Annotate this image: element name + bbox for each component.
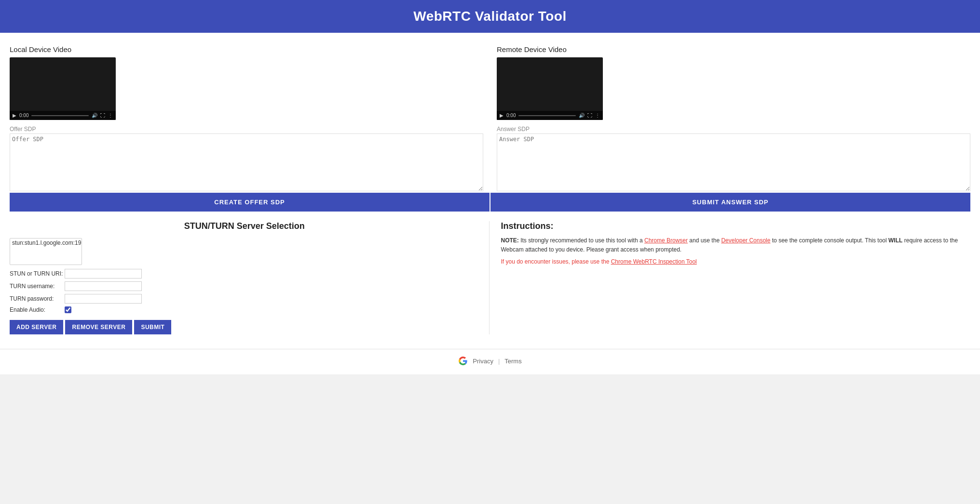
main-content: Local Device Video ▶ 0:00 🔊 ⛶ ⋮ Remote D… [0,33,980,212]
google-logo-icon [458,356,468,366]
note-text5: If you do encounter issues, please use t… [501,258,611,265]
offer-sdp-textarea[interactable] [10,133,483,191]
local-play-icon[interactable]: ▶ [13,113,16,118]
remote-video-player: ▶ 0:00 🔊 ⛶ ⋮ [497,57,603,120]
server-list[interactable]: stun:stun1.l.google.com:19302 [10,238,82,265]
local-video-player: ▶ 0:00 🔊 ⛶ ⋮ [10,57,116,120]
instructions-text: NOTE: Its strongly recommended to use th… [501,236,971,254]
sdp-row: Offer SDP Answer SDP [10,126,970,193]
turn-password-label: TURN password: [10,295,63,302]
footer-links: Privacy | Terms [0,356,980,366]
turn-password-row: TURN password: [10,294,479,304]
remote-video-label: Remote Device Video [497,45,970,53]
server-buttons-row: ADD SERVER REMOVE SERVER SUBMIT [10,320,479,334]
stun-uri-input[interactable] [65,269,142,279]
page-title: WebRTC Validator Tool [0,9,980,24]
page-footer: Privacy | Terms [0,349,980,374]
remote-play-icon[interactable]: ▶ [500,113,504,118]
turn-username-input[interactable] [65,281,142,291]
sdp-button-row: CREATE OFFER SDP SUBMIT ANSWER SDP [10,193,970,212]
stun-uri-row: STUN or TURN URI: [10,269,479,279]
instructions-title: Instructions: [501,221,971,231]
local-video-col: Local Device Video ▶ 0:00 🔊 ⛶ ⋮ [10,40,490,123]
offer-sdp-label: Offer SDP [10,126,483,133]
enable-audio-label: Enable Audio: [10,306,63,313]
remote-video-col: Remote Device Video ▶ 0:00 🔊 ⛶ ⋮ [490,40,970,123]
note-text2: and use the [688,237,721,244]
turn-username-row: TURN username: [10,281,479,291]
terms-link[interactable]: Terms [504,358,521,365]
turn-password-input[interactable] [65,294,142,304]
note-prefix: NOTE: [501,237,519,244]
remote-video-time: 0:00 [506,113,516,118]
remote-volume-icon[interactable]: 🔊 [579,113,585,118]
local-video-time: 0:00 [19,113,28,118]
answer-sdp-label: Answer SDP [497,126,970,133]
remote-progress-bar [518,115,576,116]
local-progress-bar [31,115,89,116]
answer-sdp-textarea[interactable] [497,133,970,191]
remote-fullscreen-icon[interactable]: ⛶ [587,113,592,118]
create-offer-sdp-button[interactable]: CREATE OFFER SDP [10,193,490,212]
instructions-col: Instructions: NOTE: Its strongly recomme… [490,221,971,334]
answer-sdp-col: Answer SDP [490,126,970,193]
turn-username-label: TURN username: [10,283,63,290]
local-fullscreen-icon[interactable]: ⛶ [100,113,105,118]
submit-answer-sdp-button[interactable]: SUBMIT ANSWER SDP [490,193,970,212]
dev-console-link[interactable]: Developer Console [721,237,770,244]
remote-more-icon[interactable]: ⋮ [595,113,600,118]
stun-uri-label: STUN or TURN URI: [10,270,63,277]
submit-server-button[interactable]: SUBMIT [134,320,171,334]
server-list-item[interactable]: stun:stun1.l.google.com:19302 [12,239,80,246]
chrome-browser-link[interactable]: Chrome Browser [644,237,688,244]
remove-server-button[interactable]: REMOVE SERVER [65,320,132,334]
privacy-link[interactable]: Privacy [473,358,493,365]
note-text3: to see the complete console output. This… [770,237,888,244]
stun-turn-col: STUN/TURN Server Selection stun:stun1.l.… [10,221,490,334]
enable-audio-checkbox[interactable] [65,306,71,313]
note-text1: Its strongly recommended to use this too… [519,237,644,244]
instructions-text2: If you do encounter issues, please use t… [501,257,971,266]
page-header: WebRTC Validator Tool [0,0,980,33]
video-row: Local Device Video ▶ 0:00 🔊 ⛶ ⋮ Remote D… [10,40,970,123]
footer-separator: | [498,358,500,365]
local-volume-icon[interactable]: 🔊 [92,113,97,118]
will-text: WILL [888,237,902,244]
webrtc-tool-link[interactable]: Chrome WebRTC Inspection Tool [611,258,697,265]
stun-section-title: STUN/TURN Server Selection [10,221,479,231]
lower-section: STUN/TURN Server Selection stun:stun1.l.… [0,212,980,349]
add-server-button[interactable]: ADD SERVER [10,320,63,334]
offer-sdp-col: Offer SDP [10,126,490,193]
local-video-label: Local Device Video [10,45,483,53]
enable-audio-row: Enable Audio: [10,306,479,313]
remote-video-controls: ▶ 0:00 🔊 ⛶ ⋮ [497,111,603,120]
local-more-icon[interactable]: ⋮ [108,113,113,118]
local-video-controls: ▶ 0:00 🔊 ⛶ ⋮ [10,111,116,120]
